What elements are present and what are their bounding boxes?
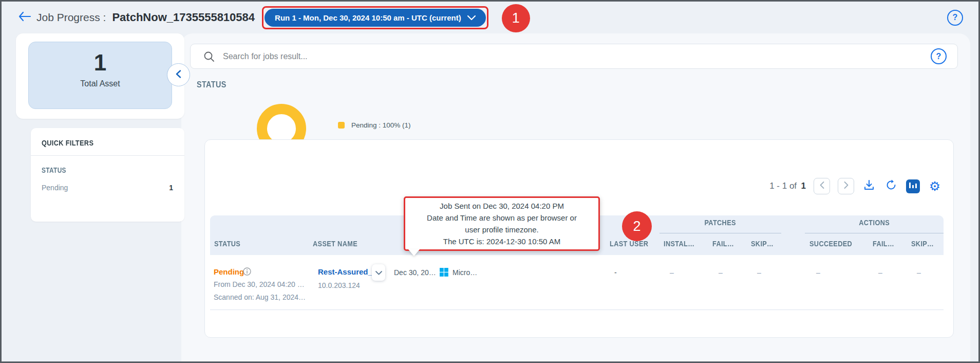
column-header-actions-failed[interactable]: FAIL… [873,239,894,248]
tooltip-line-4: The UTC is: 2024-12-30 10:50 AM [405,235,598,247]
tooltip-caret [408,249,420,256]
row-os-name: Micro… [453,268,477,277]
row-asset-ip: 10.0.203.124 [318,281,360,289]
chevron-down-icon [375,268,382,277]
pagination-total: 1 [801,181,806,191]
donut-legend[interactable]: Pending : 100% (1) [338,121,411,129]
row-status-value: Pending [214,267,244,276]
patches-group-underline [659,233,781,233]
job-progress-page: Job Progress : PatchNow_1735555810584 Ru… [0,0,980,363]
filter-count: 1 [169,184,173,192]
column-header-status[interactable]: STATUS [214,239,240,248]
row-patches-skipped: – [757,268,761,277]
filter-item-pending[interactable]: Pending 1 [31,174,184,192]
chevron-right-icon [844,182,849,191]
filter-label: Pending [42,184,68,192]
tooltip-line-1: Job Sent on Dec 30, 2024 04:20 PM [405,200,598,212]
row-asset-name-link[interactable]: Rest-Assured_… [318,267,380,276]
download-button[interactable] [862,179,876,193]
row-actions-failed: – [878,268,882,277]
group-header-patches: PATCHES [705,218,736,227]
assets-summary-panel: 1 Total Asset [16,33,184,119]
settings-button[interactable]: ⚙ [928,179,942,193]
top-bar: Job Progress : PatchNow_1735555810584 Ru… [3,3,977,32]
column-header-actions-skipped[interactable]: SKIP… [911,239,934,248]
column-header-patches-failed[interactable]: FAIL… [712,239,734,248]
gear-icon: ⚙ [929,180,940,193]
total-asset-label: Total Asset [29,79,172,88]
annotation-badge-2: 2 [622,211,652,241]
chevron-left-icon [820,182,824,191]
status-section-title: STATUS [197,80,227,90]
legend-swatch-pending [338,122,345,129]
table-toolbar: 1 - 1 of 1 [769,178,942,194]
row-actions-succeeded: – [816,268,820,277]
back-button[interactable] [17,10,32,25]
row-patches-installed: – [670,268,674,277]
sidebar-collapse-button[interactable] [167,63,190,86]
quick-filters-title: QUICK FILTERS [42,138,93,147]
page-title: Job Progress : [36,11,106,24]
total-asset-count: 1 [29,49,172,76]
chevron-left-icon [176,70,181,80]
row-sent-on: Dec 30, 20… [394,268,436,277]
legend-label: Pending : 100% (1) [351,121,411,129]
chevron-down-icon [467,13,476,22]
column-header-last-user[interactable]: LAST USER [610,239,648,248]
group-header-actions: ACTIONS [859,218,890,227]
previous-page-button[interactable] [814,178,830,194]
annotation-badge-1: 1 [502,4,530,32]
row-status-from-date: From Dec 30, 2024 04:20 … [214,280,305,288]
job-name: PatchNow_1735555810584 [112,11,255,24]
next-page-button[interactable] [838,178,854,194]
row-status-scanned-date: Scanned on: Aug 31, 2024… [214,293,306,301]
annotation-box-run-selector: Run 1 - Mon, Dec 30, 2024 10:50 am - UTC… [262,6,488,29]
column-header-patches-skipped[interactable]: SKIP… [751,239,774,248]
run-selector-dropdown[interactable]: Run 1 - Mon, Dec 30, 2024 10:50 am - UTC… [265,9,486,27]
sent-on-tooltip: Job Sent on Dec 30, 2024 04:20 PM Date a… [404,196,600,251]
table-row[interactable]: Pending From Dec 30, 2024 04:20 … Scanne… [210,255,944,310]
bar-chart-icon [909,182,917,191]
actions-group-underline [805,233,944,233]
search-bar: ? [190,44,958,69]
refresh-icon [885,179,897,193]
run-selector-label: Run 1 - Mon, Dec 30, 2024 10:50 am - UTC… [275,13,461,22]
search-input[interactable] [222,51,931,62]
search-help-icon[interactable]: ? [931,48,947,64]
refresh-button[interactable] [884,179,898,193]
arrow-left-icon [18,11,31,24]
row-patches-failed: – [719,268,723,277]
column-header-actions-succeeded[interactable]: SUCCEEDED [809,239,852,248]
total-asset-card[interactable]: 1 Total Asset [28,42,172,109]
quick-filters-panel: QUICK FILTERS STATUS Pending 1 [31,128,184,222]
row-last-user: - [614,268,617,277]
windows-icon [440,268,448,279]
tooltip-line-2: Date and Time are shown as per browser o… [405,212,598,224]
tooltip-line-3: user profile timezone. [405,224,598,235]
column-header-patches-installed[interactable]: INSTAL… [664,239,694,248]
row-expand-button[interactable] [372,264,385,281]
row-actions-skipped: – [917,268,921,277]
download-icon [863,179,875,193]
info-icon[interactable] [243,267,251,278]
quick-filters-status-header: STATUS [42,166,66,174]
pagination-range: 1 - 1 of [769,181,797,191]
column-header-asset-name[interactable]: ASSET NAME [313,239,357,248]
help-icon[interactable]: ? [947,10,963,26]
chart-view-button[interactable] [906,179,920,193]
search-icon [203,51,215,62]
